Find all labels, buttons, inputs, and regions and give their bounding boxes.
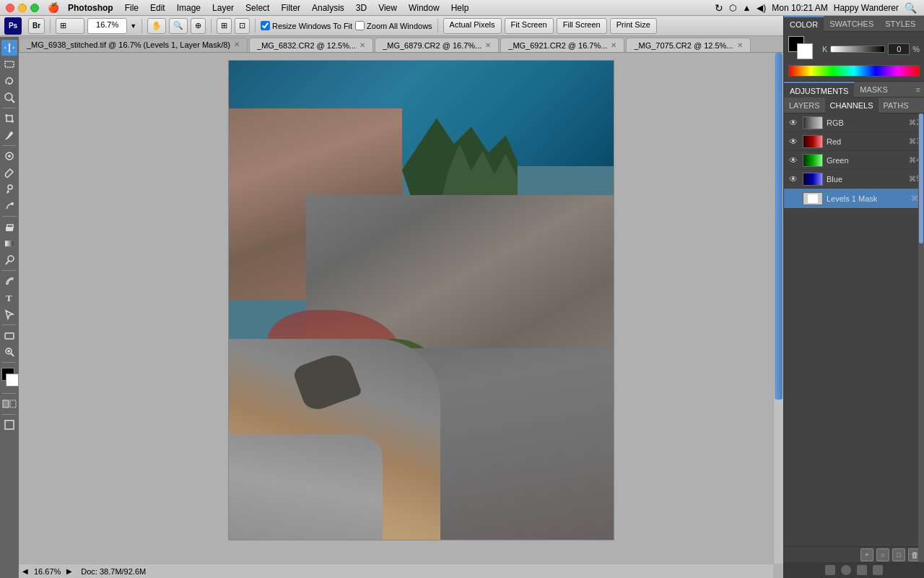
select-menu[interactable]: Select bbox=[240, 0, 275, 16]
masks-tab[interactable]: MASKS bbox=[854, 82, 894, 98]
move-tool[interactable] bbox=[1, 40, 17, 56]
tab-4-close[interactable]: ✕ bbox=[737, 38, 743, 53]
hand-tool-btn[interactable]: ✋ bbox=[147, 18, 166, 34]
green-eye-icon[interactable]: 👁 bbox=[788, 155, 799, 166]
history-brush-tool[interactable] bbox=[1, 198, 17, 214]
zoom-tool[interactable] bbox=[1, 344, 17, 360]
tab-4[interactable]: _MG_7075.CR2 @ 12.5%... ✕ bbox=[626, 38, 750, 52]
eyedropper-tool[interactable] bbox=[1, 127, 17, 143]
apple-menu[interactable]: 🍎 bbox=[45, 0, 62, 16]
search-icon[interactable]: 🔍 bbox=[905, 2, 917, 14]
mask-eye-icon[interactable] bbox=[788, 193, 799, 204]
filter-menu[interactable]: Filter bbox=[275, 0, 306, 16]
tab-2[interactable]: _MG_6879.CR2 @ 16.7%... ✕ bbox=[375, 38, 499, 52]
color-spectrum[interactable] bbox=[788, 65, 920, 77]
3d-menu[interactable]: 3D bbox=[350, 0, 372, 16]
brush-tool[interactable] bbox=[1, 165, 17, 181]
channels-scrollbar[interactable] bbox=[918, 113, 924, 562]
fill-screen-btn[interactable]: Fill Screen bbox=[557, 18, 607, 34]
target-tool-btn[interactable]: ⊕ bbox=[191, 18, 206, 34]
spot-heal-tool[interactable] bbox=[1, 148, 17, 164]
edit-menu[interactable]: Edit bbox=[144, 0, 171, 16]
view-menu[interactable]: View bbox=[372, 0, 403, 16]
sys-icon-1[interactable] bbox=[825, 565, 835, 575]
channel-row-rgb[interactable]: 👁 RGB ⌘2 bbox=[784, 113, 924, 132]
zoom-all-checkbox-label[interactable]: Zoom All Windows bbox=[355, 21, 432, 30]
save-channel-btn[interactable]: □ bbox=[892, 548, 905, 561]
background-color-swatch[interactable] bbox=[6, 374, 19, 387]
layer-menu[interactable]: Layer bbox=[206, 0, 240, 16]
help-menu[interactable]: Help bbox=[445, 0, 475, 16]
sys-icon-4[interactable] bbox=[873, 565, 883, 575]
shape-tool[interactable] bbox=[1, 327, 17, 343]
marquee-tool[interactable] bbox=[1, 56, 17, 72]
k-slider[interactable] bbox=[830, 46, 885, 53]
resize-windows-checkbox[interactable] bbox=[261, 21, 270, 30]
mask-row-levels1[interactable]: Levels 1 Mask ⌘\ bbox=[784, 189, 924, 209]
adjustments-tab[interactable]: ADJUSTMENTS bbox=[784, 82, 854, 98]
tab-3-close[interactable]: ✕ bbox=[611, 38, 616, 53]
sys-icon-2[interactable] bbox=[841, 565, 851, 575]
tab-2-close[interactable]: ✕ bbox=[485, 38, 491, 53]
styles-tab[interactable]: STYLES bbox=[879, 16, 921, 32]
tab-3[interactable]: _MG_6921.CR2 @ 16.7%... ✕ bbox=[500, 38, 624, 52]
crop-tool[interactable] bbox=[1, 111, 17, 126]
zoom-level-display[interactable]: 16.7% bbox=[87, 18, 127, 34]
red-eye-icon[interactable]: 👁 bbox=[788, 136, 799, 147]
maximize-button[interactable] bbox=[30, 4, 39, 12]
pen-tool[interactable] bbox=[1, 273, 17, 289]
channels-scroll-thumb[interactable] bbox=[919, 113, 923, 243]
image-menu[interactable]: Image bbox=[171, 0, 206, 16]
fit-screen-btn[interactable]: Fit Screen bbox=[505, 18, 554, 34]
zoom-tool-btn[interactable]: 🔍 bbox=[169, 18, 188, 34]
quick-mask-tool[interactable] bbox=[1, 396, 17, 412]
dodge-tool[interactable] bbox=[1, 252, 17, 268]
window-menu[interactable]: Window bbox=[403, 0, 445, 16]
actual-pixels-btn[interactable]: Actual Pixels bbox=[443, 18, 502, 34]
tab-0-close[interactable]: ✕ bbox=[234, 38, 240, 52]
tab-1[interactable]: _MG_6832.CR2 @ 12.5%... ✕ bbox=[249, 38, 373, 52]
options-mode-dropdown[interactable]: ⊞ bbox=[56, 18, 84, 34]
vertical-scrollbar[interactable] bbox=[773, 53, 783, 564]
blue-eye-icon[interactable]: 👁 bbox=[788, 173, 799, 185]
gradient-tool[interactable] bbox=[1, 236, 17, 251]
tab-1-close[interactable]: ✕ bbox=[359, 38, 365, 53]
swatches-tab[interactable]: SWATCHES bbox=[824, 16, 879, 32]
quick-select-tool[interactable] bbox=[1, 90, 17, 105]
screen-mode-tool[interactable] bbox=[1, 417, 17, 433]
grid2-btn[interactable]: ⊡ bbox=[235, 18, 250, 34]
lasso-tool[interactable] bbox=[1, 73, 17, 89]
layers-tab[interactable]: LAYERS bbox=[784, 98, 825, 113]
print-size-btn[interactable]: Print Size bbox=[610, 18, 657, 34]
status-next-btn[interactable]: ▶ bbox=[66, 567, 72, 575]
paths-tab[interactable]: PATHS bbox=[879, 98, 914, 113]
minimize-button[interactable] bbox=[18, 4, 27, 12]
adjustments-expander[interactable]: ≡ bbox=[912, 82, 924, 97]
vertical-scroll-thumb[interactable] bbox=[775, 53, 783, 400]
rgb-eye-icon[interactable]: 👁 bbox=[788, 117, 799, 129]
status-prev-btn[interactable]: ◀ bbox=[22, 567, 28, 575]
zoom-all-checkbox[interactable] bbox=[355, 21, 365, 30]
channel-row-blue[interactable]: 👁 Blue ⌘5 bbox=[784, 170, 924, 189]
analysis-menu[interactable]: Analysis bbox=[306, 0, 350, 16]
load-channel-btn[interactable]: ○ bbox=[876, 548, 889, 561]
grid-btn[interactable]: ⊞ bbox=[217, 18, 232, 34]
resize-windows-checkbox-label[interactable]: Resize Windows To Fit bbox=[261, 21, 352, 30]
new-channel-btn[interactable]: + bbox=[860, 548, 873, 561]
bridge-button[interactable]: Br bbox=[28, 18, 45, 34]
k-value-input[interactable] bbox=[888, 43, 910, 55]
app-name-menu[interactable]: Photoshop bbox=[62, 0, 119, 16]
path-select-tool[interactable] bbox=[1, 306, 17, 322]
stamp-tool[interactable] bbox=[1, 181, 17, 197]
channel-row-green[interactable]: 👁 Green ⌘4 bbox=[784, 151, 924, 170]
close-button[interactable] bbox=[6, 4, 14, 12]
zoom-dropdown-arrow[interactable]: ▼ bbox=[130, 22, 136, 30]
tab-0[interactable]: _MG_6938_stitched.tif @ 16.7% (Levels 1,… bbox=[19, 38, 248, 52]
bg-swatch[interactable] bbox=[797, 43, 813, 59]
sys-icon-3[interactable] bbox=[857, 565, 867, 575]
file-menu[interactable]: File bbox=[119, 0, 144, 16]
color-panel-expander[interactable]: ≡ bbox=[921, 16, 924, 31]
eraser-tool[interactable] bbox=[1, 219, 17, 235]
color-tab[interactable]: COLOR bbox=[784, 16, 824, 32]
channels-tab[interactable]: CHANNELS bbox=[825, 98, 879, 113]
